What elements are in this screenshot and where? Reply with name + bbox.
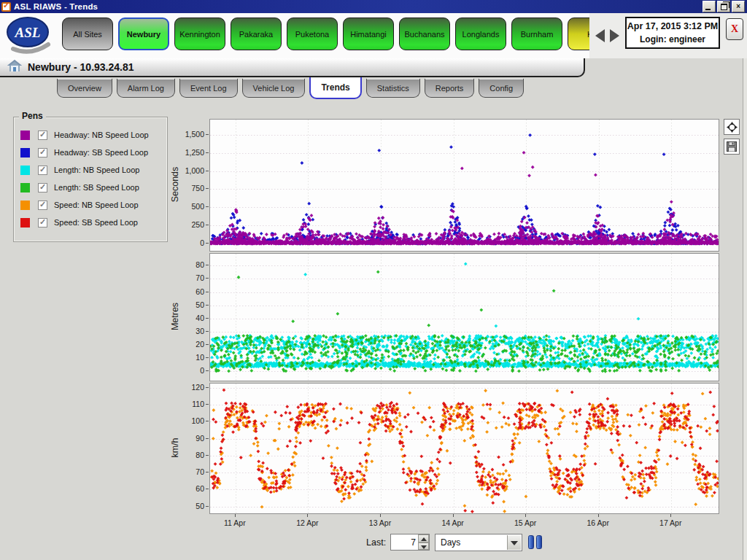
site-button-kai[interactable]: Kai (568, 18, 589, 50)
tab-alarm-log[interactable]: Alarm Log (117, 79, 175, 98)
tab-reports[interactable]: Reports (425, 79, 475, 98)
y-tick-mark (206, 171, 209, 171)
x-tick-label: 11 Apr (224, 518, 246, 527)
pen-label: Speed: SB Speed Loop (54, 218, 138, 227)
y-tick-label: 110 (174, 400, 204, 408)
y-axis-label: km/h (170, 438, 180, 457)
x-tick-label: 13 Apr (369, 518, 391, 527)
close-window-button[interactable]: × (732, 1, 745, 12)
y-tick-mark (206, 225, 209, 225)
pen-checkbox[interactable] (38, 166, 47, 175)
y-tick-label: 500 (174, 202, 204, 211)
pen-color-swatch (20, 183, 30, 192)
y-tick-mark (206, 188, 209, 189)
pen-label: Speed: NB Speed Loop (54, 201, 139, 209)
site-button-longlands[interactable]: Longlands (455, 18, 506, 50)
tab-trends[interactable]: Trends (309, 77, 361, 99)
y-tick-mark (206, 292, 209, 292)
site-header-title: Newbury - 10.93.24.81 (28, 61, 134, 73)
pen-color-swatch (20, 148, 30, 158)
site-header: Newbury - 10.93.24.81 (0, 58, 585, 77)
y-tick-label: 70 (174, 273, 204, 282)
zoom-fit-button[interactable] (724, 119, 740, 135)
tab-statistics[interactable]: Statistics (366, 79, 420, 98)
site-button-newbury[interactable]: Newbury (118, 18, 169, 50)
tab-event-log[interactable]: Event Log (179, 79, 238, 98)
pen-row: Length: NB Speed Loop (14, 163, 167, 177)
logout-button[interactable]: X (726, 18, 743, 40)
dropdown-arrow-icon[interactable] (507, 535, 521, 550)
pen-checkbox[interactable] (38, 183, 47, 192)
pen-row: Speed: SB Speed Loop (14, 215, 167, 230)
y-tick-mark (206, 152, 209, 153)
asl-logo: ASL (3, 15, 57, 59)
x-tick-label: 17 Apr (659, 518, 681, 527)
y-tick-label: 1,250 (174, 148, 204, 157)
spinner-up-button[interactable] (418, 534, 429, 542)
restore-button[interactable] (717, 1, 730, 12)
app-window: ASL RIAWS - Trends × ASL All SitesNewbur… (0, 0, 747, 560)
login-text: Login: engineer (627, 34, 719, 44)
tab-bar: OverviewAlarm LogEvent LogVehicle LogTre… (57, 79, 524, 101)
y-tick-mark (206, 331, 209, 332)
tab-overview[interactable]: Overview (57, 79, 112, 98)
x-tick-mark (307, 514, 308, 517)
app-icon (1, 2, 11, 12)
pen-label: Length: SB Speed Loop (54, 183, 139, 192)
trend-chart-canvas-0[interactable] (210, 120, 719, 251)
y-tick-label: 80 (174, 260, 204, 269)
svg-text:ASL: ASL (15, 25, 41, 40)
site-button-puketona[interactable]: Puketona (287, 18, 338, 50)
x-tick-label: 14 Apr (441, 518, 463, 527)
x-tick-mark (453, 514, 454, 517)
trend-plot-2 (209, 383, 719, 514)
x-tick-label: 15 Apr (514, 518, 536, 527)
x-tick-label: 12 Apr (296, 518, 318, 527)
tab-vehicle-log[interactable]: Vehicle Log (242, 79, 306, 98)
site-button-himatangi[interactable]: Himatangi (343, 18, 394, 50)
pen-color-swatch (20, 218, 30, 228)
pen-row: Headway: NB Speed Loop (14, 128, 167, 142)
title-bar: ASL RIAWS - Trends × (0, 0, 747, 13)
save-chart-button[interactable] (724, 139, 740, 155)
tab-config[interactable]: Config (479, 79, 524, 98)
y-tick-mark (206, 506, 209, 507)
y-tick-label: 20 (174, 340, 204, 349)
pen-row: Headway: SB Speed Loop (14, 145, 167, 160)
site-button-pakaraka[interactable]: Pakaraka (231, 18, 282, 50)
site-button-kennington[interactable]: Kennington (174, 18, 225, 50)
last-value-spinner[interactable]: 7 (390, 534, 430, 551)
pen-row: Speed: NB Speed Loop (14, 198, 167, 212)
last-label: Last: (366, 537, 386, 548)
pen-label: Length: NB Speed Loop (54, 166, 139, 174)
site-button-burnham[interactable]: Burnham (511, 18, 562, 50)
pause-button[interactable] (528, 535, 544, 548)
y-tick-mark (206, 206, 209, 207)
trend-chart-canvas-1[interactable] (210, 254, 719, 381)
pen-checkbox[interactable] (38, 148, 47, 158)
x-tick-mark (235, 514, 236, 517)
minimize-button[interactable] (703, 1, 716, 12)
pen-checkbox[interactable] (38, 201, 47, 210)
pen-row: Length: SB Speed Loop (14, 180, 167, 195)
datetime-text: Apr 17, 2015 3:12 PM (627, 21, 719, 31)
pen-checkbox[interactable] (38, 218, 47, 228)
scroll-sites-right-arrow[interactable] (610, 29, 619, 42)
pen-checkbox[interactable] (38, 131, 47, 140)
y-tick-mark (206, 134, 209, 135)
y-tick-mark (206, 455, 209, 456)
y-tick-label: 10 (174, 353, 204, 362)
y-tick-mark (206, 344, 209, 345)
site-button-bar: All SitesNewburyKenningtonPakarakaPuketo… (62, 18, 589, 54)
pens-legend: Pens Headway: NB Speed LoopHeadway: SB S… (13, 117, 168, 242)
site-button-buchanans[interactable]: Buchanans (399, 18, 450, 50)
y-tick-label: 120 (174, 383, 204, 392)
trend-chart-canvas-2[interactable] (210, 384, 719, 513)
time-unit-dropdown[interactable]: Days (435, 534, 522, 551)
spinner-down-button[interactable] (418, 542, 429, 551)
site-button-all-sites[interactable]: All Sites (62, 18, 113, 50)
pen-color-swatch (20, 166, 30, 175)
scroll-sites-left-arrow[interactable] (595, 29, 605, 42)
chart-tools (724, 119, 740, 155)
y-tick-mark (206, 438, 209, 439)
